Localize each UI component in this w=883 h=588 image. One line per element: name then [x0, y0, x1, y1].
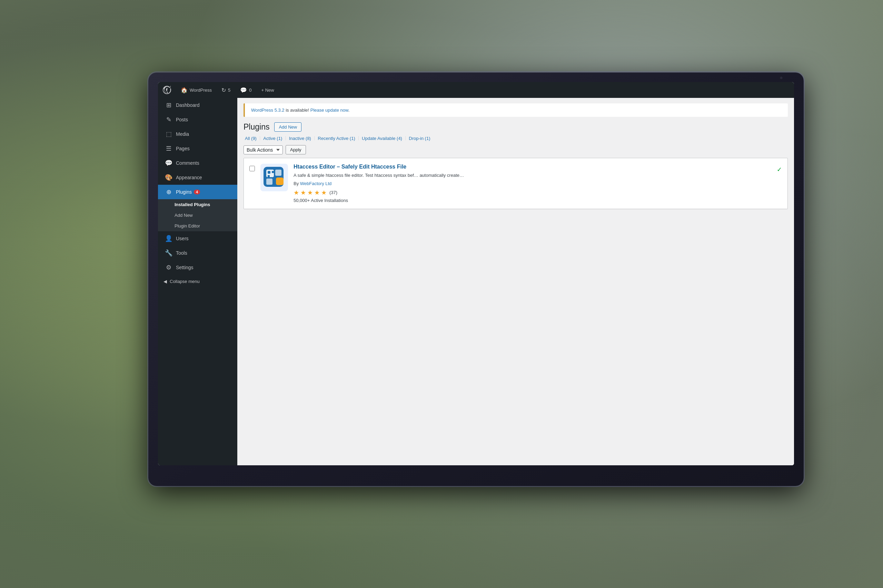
- screen-inner: 🏠 WordPress ↻ 5 💬 0 + New: [158, 82, 794, 465]
- svg-rect-3: [266, 178, 272, 185]
- update-version-link[interactable]: WordPress 5.3.2: [251, 108, 284, 113]
- sidebar-label-plugins: Plugins: [176, 189, 192, 195]
- admin-bar-new[interactable]: + New: [257, 82, 279, 98]
- media-icon: ⬚: [165, 130, 173, 138]
- sidebar-label-media: Media: [176, 131, 189, 137]
- collapse-arrow-icon: ◀: [164, 279, 167, 284]
- sidebar-item-posts[interactable]: ✎ Posts: [158, 112, 237, 127]
- htaccess-icon-svg: [262, 165, 286, 190]
- sidebar-label-comments: Comments: [176, 160, 199, 166]
- sidebar-item-appearance[interactable]: 🎨 Appearance: [158, 170, 237, 185]
- star-2: ★: [301, 189, 306, 196]
- home-icon: 🏠: [181, 87, 188, 93]
- plugin-table: Htaccess Editor – Safely Edit Htaccess F…: [244, 158, 788, 209]
- star-5: ★: [321, 189, 326, 196]
- install-count: 50,000+ Active Installations: [293, 198, 771, 203]
- comments-icon: 💬: [240, 87, 247, 93]
- filter-tab-active[interactable]: Active (1): [262, 135, 284, 142]
- admin-bar: 🏠 WordPress ↻ 5 💬 0 + New: [158, 82, 794, 98]
- author-link[interactable]: WebFactory Ltd: [300, 181, 332, 186]
- sidebar-item-plugins[interactable]: ⊕ Plugins 4: [158, 185, 237, 199]
- plugin-name[interactable]: Htaccess Editor – Safely Edit Htaccess F…: [293, 164, 771, 170]
- apply-button[interactable]: Apply: [286, 145, 306, 154]
- plugin-editor-label: Plugin Editor: [174, 224, 200, 228]
- laptop-container: 🏠 WordPress ↻ 5 💬 0 + New: [148, 72, 804, 486]
- admin-bar-comments[interactable]: 💬 0: [235, 82, 256, 98]
- filter-tab-update-available[interactable]: Update Available (4): [361, 135, 403, 142]
- plugin-icon: [260, 164, 288, 191]
- wp-logo-icon: [163, 86, 171, 94]
- plugins-badge: 4: [194, 190, 200, 194]
- installed-plugins-label: Installed Plugins: [174, 202, 210, 207]
- svg-rect-7: [268, 175, 270, 177]
- sidebar-item-media[interactable]: ⬚ Media: [158, 127, 237, 141]
- pages-icon: ☰: [165, 145, 173, 152]
- sidebar-item-pages[interactable]: ☰ Pages: [158, 141, 237, 156]
- filter-sep-5: |: [405, 135, 406, 142]
- filter-tab-drop-in[interactable]: Drop-in (1): [408, 135, 432, 142]
- plugin-checkbox[interactable]: [250, 166, 255, 171]
- collapse-menu[interactable]: ◀ Collapse menu: [158, 275, 237, 288]
- admin-bar-home-label: WordPress: [190, 87, 212, 93]
- wp-logo-button[interactable]: [158, 82, 176, 98]
- author-label: By: [293, 181, 300, 186]
- filter-tabs: All (9) | Active (1) | Inactive (8) | Re…: [237, 132, 794, 142]
- appearance-icon: 🎨: [165, 174, 173, 181]
- update-action-link[interactable]: Please update now: [310, 108, 348, 113]
- comments-sidebar-icon: 💬: [165, 159, 173, 167]
- svg-rect-4: [276, 177, 284, 185]
- filter-tab-inactive[interactable]: Inactive (8): [288, 135, 313, 142]
- sidebar-label-dashboard: Dashboard: [176, 102, 200, 108]
- submenu-add-new[interactable]: Add New: [158, 210, 237, 220]
- plugin-author: By WebFactory Ltd: [293, 181, 771, 186]
- admin-bar-home[interactable]: 🏠 WordPress: [176, 82, 217, 98]
- updates-icon: ↻: [221, 87, 226, 93]
- bulk-actions-select[interactable]: Bulk Actions Activate Deactivate Update …: [244, 146, 283, 154]
- screen-bezel: 🏠 WordPress ↻ 5 💬 0 + New: [148, 72, 804, 486]
- users-icon: 👤: [165, 235, 173, 242]
- submenu-plugin-editor[interactable]: Plugin Editor: [158, 220, 237, 231]
- main-content: WordPress 5.3.2 is available! Please upd…: [237, 98, 794, 465]
- admin-bar-new-label: + New: [262, 87, 274, 93]
- submenu-installed-plugins[interactable]: Installed Plugins: [158, 199, 237, 210]
- add-new-button[interactable]: Add New: [274, 122, 301, 132]
- table-row: Htaccess Editor – Safely Edit Htaccess F…: [244, 158, 787, 209]
- checkmark-icon: ✓: [777, 166, 782, 173]
- plugins-submenu: Installed Plugins Add New Plugin Editor: [158, 199, 237, 231]
- posts-icon: ✎: [165, 116, 173, 123]
- camera: [779, 76, 783, 80]
- filter-sep-3: |: [314, 135, 315, 142]
- sidebar-item-tools[interactable]: 🔧 Tools: [158, 246, 237, 260]
- settings-icon: ⚙: [165, 264, 173, 271]
- svg-rect-5: [268, 171, 271, 174]
- filter-sep-1: |: [259, 135, 260, 142]
- sidebar-item-comments[interactable]: 💬 Comments: [158, 156, 237, 170]
- sidebar-item-users[interactable]: 👤 Users: [158, 231, 237, 246]
- plugins-icon: ⊕: [165, 188, 173, 196]
- filter-sep-2: |: [285, 135, 286, 142]
- sidebar-label-pages: Pages: [176, 146, 190, 151]
- sidebar-label-tools: Tools: [176, 250, 187, 256]
- filter-tab-recently-active[interactable]: Recently Active (1): [316, 135, 356, 142]
- update-notice: WordPress 5.3.2 is available! Please upd…: [244, 104, 788, 117]
- star-3: ★: [307, 189, 313, 196]
- sidebar-label-appearance: Appearance: [176, 175, 202, 180]
- filter-tab-all[interactable]: All (9): [244, 135, 258, 142]
- add-new-submenu-label: Add New: [174, 213, 193, 218]
- page-header: Plugins Add New: [237, 117, 794, 132]
- sidebar-item-settings[interactable]: ⚙ Settings: [158, 260, 237, 275]
- sidebar-item-dashboard[interactable]: ⊞ Dashboard: [158, 98, 237, 112]
- svg-rect-2: [275, 170, 281, 176]
- sidebar-label-settings: Settings: [176, 265, 194, 270]
- tools-icon: 🔧: [165, 249, 173, 257]
- admin-bar-updates-count: 5: [228, 87, 230, 93]
- page-title: Plugins: [244, 122, 269, 132]
- admin-bar-updates[interactable]: ↻ 5: [217, 82, 235, 98]
- filter-sep-4: |: [358, 135, 359, 142]
- star-4: ★: [314, 189, 320, 196]
- star-1: ★: [293, 189, 299, 196]
- stars-row: ★ ★ ★ ★ ★ (37): [293, 189, 771, 196]
- review-count: (37): [329, 190, 337, 195]
- plugin-info: Htaccess Editor – Safely Edit Htaccess F…: [293, 164, 771, 203]
- wp-layout: ⊞ Dashboard ✎ Posts ⬚ Media ☰ Pages: [158, 98, 794, 465]
